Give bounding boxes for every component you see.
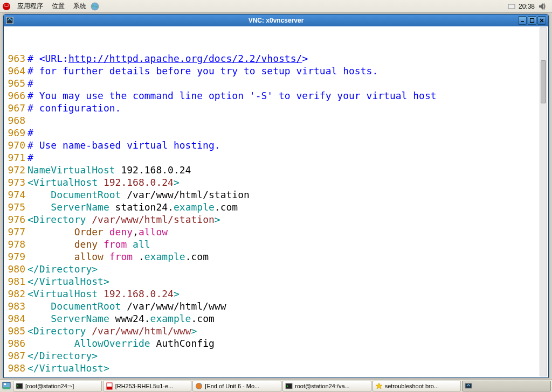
line-number: 965 [4, 77, 27, 89]
line-number: 986 [4, 337, 27, 349]
editor-line: 967# configuration. [4, 102, 548, 114]
svg-rect-5 [508, 4, 515, 9]
close-button[interactable] [537, 16, 546, 25]
taskbar-item[interactable]: [End of Unit 6 - Mo... [192, 381, 281, 391]
top-panel: 应用程序 位置 系统 20:38 [0, 0, 552, 13]
editor-line: 981</VirtualHost> [4, 275, 548, 288]
editor-line: 965# [4, 77, 548, 89]
line-code: Order deny,allow [27, 226, 548, 238]
line-number: 973 [4, 176, 27, 188]
window-title: VNC: x0vncserver [4, 17, 548, 24]
line-code: deny from all [27, 238, 548, 250]
editor-line: 980</Directory> [4, 263, 548, 275]
line-number: 980 [4, 263, 27, 275]
line-code: AllowOverride AuthConfig [27, 337, 548, 349]
line-code: <Directory /var/www/html/station> [27, 213, 548, 226]
line-number: 988 [4, 362, 27, 374]
line-number: 983 [4, 300, 27, 312]
line-number: 987 [4, 349, 27, 362]
editor-line: 985<Directory /var/www/html/www> [4, 325, 548, 337]
line-code: # [27, 77, 548, 89]
line-number: 977 [4, 226, 27, 238]
taskbar-item[interactable]: setroubleshoot bro... [372, 381, 461, 391]
line-code: DocumentRoot /var/www/html/station [27, 188, 548, 201]
editor-line: 987</Directory> [4, 349, 548, 362]
update-icon[interactable] [508, 3, 515, 10]
line-number: 978 [4, 238, 27, 250]
line-code: # [27, 127, 548, 139]
taskbar-item[interactable]: [RH253-RHEL5u1-e... [103, 381, 192, 391]
volume-icon[interactable] [538, 2, 547, 11]
taskbar-item[interactable] [462, 381, 551, 391]
line-code: </Directory> [27, 349, 548, 362]
editor-line: 982<VirtualHost 192.168.0.24> [4, 288, 548, 300]
menu-applications[interactable]: 应用程序 [13, 1, 47, 12]
line-number: 975 [4, 201, 27, 213]
editor-line: 978 deny from all [4, 238, 548, 250]
line-code: </VirtualHost> [27, 362, 548, 374]
line-code: </Directory> [27, 263, 548, 275]
menu-system[interactable]: 系统 [69, 1, 91, 12]
editor-line: 969# [4, 127, 548, 139]
editor-scrollbar[interactable] [540, 27, 547, 376]
vim-editor[interactable]: 963# <URL:http://httpd.apache.org/docs/2… [4, 26, 548, 377]
scrollbar-thumb[interactable] [541, 60, 546, 103]
editor-line: 979 allow from .example.com [4, 250, 548, 263]
svg-rect-16 [107, 387, 112, 389]
line-code: <VirtualHost 192.168.0.24> [27, 288, 548, 300]
terminal-icon [285, 382, 293, 390]
line-number: 972 [4, 164, 27, 176]
line-code: ServerName station24.example.com [27, 201, 548, 213]
editor-line: 983 DocumentRoot /var/www/html/www [4, 300, 548, 312]
line-number: 979 [4, 250, 27, 263]
line-code: allow from .example.com [27, 250, 548, 263]
line-code [27, 114, 548, 127]
line-code: # configuration. [27, 102, 548, 114]
editor-line: 971# [4, 151, 548, 164]
svg-point-2 [4, 4, 9, 5]
menu-places[interactable]: 位置 [47, 1, 69, 12]
line-number: 966 [4, 89, 27, 102]
maximize-button[interactable] [528, 16, 536, 25]
line-code: NameVirtualHost 192.168.0.24 [27, 164, 548, 176]
line-code: # Use name-based virtual hosting. [27, 139, 548, 151]
line-number: 982 [4, 288, 27, 300]
bottom-panel: [root@station24:~][RH253-RHEL5u1-e...[En… [0, 379, 552, 392]
editor-line: 975 ServerName station24.example.com [4, 201, 548, 213]
line-code: ServerName www24.example.com [27, 312, 548, 325]
line-number: 974 [4, 188, 27, 201]
line-code: </VirtualHost> [27, 275, 548, 288]
line-number: 970 [4, 139, 27, 151]
taskbar-item[interactable]: root@station24:/va... [282, 381, 371, 391]
editor-line: 966# You may use the command line option… [4, 89, 548, 102]
taskbar-item-label: root@station24:/va... [295, 383, 350, 389]
redhat-icon [2, 2, 11, 11]
svg-rect-13 [4, 383, 6, 385]
globe-icon[interactable] [91, 2, 99, 11]
show-desktop-button[interactable] [1, 381, 12, 391]
line-code: DocumentRoot /var/www/html/www [27, 300, 548, 312]
line-number: 969 [4, 127, 27, 139]
system-tray: 20:38 [508, 2, 550, 11]
vnc-icon [465, 382, 472, 390]
editor-line: 963# <URL:http://httpd.apache.org/docs/2… [4, 52, 548, 65]
vnc-window: VNC: x0vncserver 963# <URL:http://httpd.… [3, 14, 549, 378]
minimize-button[interactable] [518, 16, 527, 25]
editor-line: 984 ServerName www24.example.com [4, 312, 548, 325]
line-number: 967 [4, 102, 27, 114]
firefox-icon [195, 382, 203, 390]
editor-line: 988</VirtualHost> [4, 362, 548, 374]
line-number: 985 [4, 325, 27, 337]
taskbar-item-label: [End of Unit 6 - Mo... [205, 383, 259, 389]
editor-line: 976<Directory /var/www/html/station> [4, 213, 548, 226]
line-code: # You may use the command line option '-… [27, 89, 548, 102]
editor-line: 977 Order deny,allow [4, 226, 548, 238]
window-titlebar[interactable]: VNC: x0vncserver [4, 15, 548, 26]
line-code: # for further details before you try to … [27, 65, 548, 77]
line-code: # <URL:http://httpd.apache.org/docs/2.2/… [27, 52, 548, 65]
line-number: 963 [4, 52, 27, 65]
taskbar-item[interactable]: [root@station24:~] [13, 381, 102, 391]
taskbar-item-label: setroubleshoot bro... [385, 383, 439, 389]
star-icon [375, 382, 383, 390]
editor-line: 964# for further details before you try … [4, 65, 548, 77]
